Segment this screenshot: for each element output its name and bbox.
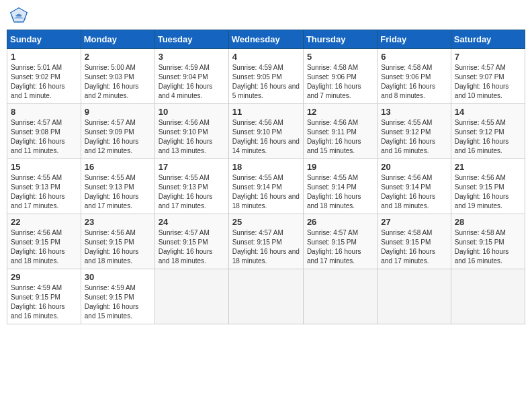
day-number: 24 [159,217,225,227]
calendar-cell: 12 Sunrise: 4:56 AMSunset: 9:11 PMDaylig… [303,104,377,159]
calendar-cell [228,269,303,324]
day-info: Sunrise: 4:57 AMSunset: 9:15 PMDaylight:… [307,228,373,266]
weekday-header-monday: Monday [81,30,154,49]
calendar-cell: 5 Sunrise: 4:58 AMSunset: 9:06 PMDayligh… [303,49,377,104]
weekday-header-wednesday: Wednesday [228,30,303,49]
calendar-cell: 25 Sunrise: 4:57 AMSunset: 9:15 PMDaylig… [228,214,303,269]
day-number: 9 [85,107,151,117]
day-info: Sunrise: 5:01 AMSunset: 9:02 PMDaylight:… [11,63,77,101]
calendar-cell: 3 Sunrise: 4:59 AMSunset: 9:04 PMDayligh… [154,49,228,104]
day-number: 1 [11,52,77,62]
calendar-cell: 15 Sunrise: 4:55 AMSunset: 9:13 PMDaylig… [7,159,81,214]
day-info: Sunrise: 4:59 AMSunset: 9:05 PMDaylight:… [232,63,300,101]
calendar-cell: 8 Sunrise: 4:57 AMSunset: 9:08 PMDayligh… [7,104,81,159]
day-number: 19 [307,162,373,172]
day-info: Sunrise: 4:58 AMSunset: 9:06 PMDaylight:… [307,63,373,101]
day-info: Sunrise: 4:57 AMSunset: 9:15 PMDaylight:… [232,228,300,266]
day-info: Sunrise: 4:59 AMSunset: 9:15 PMDaylight:… [11,283,77,321]
day-number: 6 [381,52,447,62]
calendar-cell [451,269,525,324]
day-info: Sunrise: 4:56 AMSunset: 9:15 PMDaylight:… [85,228,151,266]
day-info: Sunrise: 4:55 AMSunset: 9:12 PMDaylight:… [381,118,447,156]
day-number: 4 [232,52,300,62]
weekday-header-sunday: Sunday [7,30,81,49]
calendar-cell [154,269,228,324]
calendar-cell: 13 Sunrise: 4:55 AMSunset: 9:12 PMDaylig… [378,104,451,159]
calendar-cell: 17 Sunrise: 4:55 AMSunset: 9:13 PMDaylig… [154,159,228,214]
calendar-cell: 28 Sunrise: 4:58 AMSunset: 9:15 PMDaylig… [451,214,525,269]
day-info: Sunrise: 4:59 AMSunset: 9:04 PMDaylight:… [159,63,225,101]
calendar-week-row: 29 Sunrise: 4:59 AMSunset: 9:15 PMDaylig… [7,269,525,324]
day-info: Sunrise: 5:00 AMSunset: 9:03 PMDaylight:… [85,63,151,101]
day-number: 15 [11,162,77,172]
calendar-cell: 16 Sunrise: 4:55 AMSunset: 9:13 PMDaylig… [81,159,154,214]
day-info: Sunrise: 4:57 AMSunset: 9:09 PMDaylight:… [85,118,151,156]
day-number: 21 [455,162,521,172]
calendar-cell: 27 Sunrise: 4:58 AMSunset: 9:15 PMDaylig… [378,214,451,269]
day-number: 17 [159,162,225,172]
day-number: 30 [85,272,151,282]
page-header [7,7,525,26]
day-number: 16 [85,162,151,172]
calendar-cell: 21 Sunrise: 4:56 AMSunset: 9:15 PMDaylig… [451,159,525,214]
calendar-cell: 23 Sunrise: 4:56 AMSunset: 9:15 PMDaylig… [81,214,154,269]
day-number: 20 [381,162,447,172]
calendar-cell: 7 Sunrise: 4:57 AMSunset: 9:07 PMDayligh… [451,49,525,104]
logo [9,7,31,26]
day-number: 2 [85,52,151,62]
calendar-cell: 29 Sunrise: 4:59 AMSunset: 9:15 PMDaylig… [7,269,81,324]
day-info: Sunrise: 4:57 AMSunset: 9:07 PMDaylight:… [455,63,521,101]
day-number: 28 [455,217,521,227]
calendar-cell: 20 Sunrise: 4:56 AMSunset: 9:14 PMDaylig… [378,159,451,214]
day-number: 8 [11,107,77,117]
day-info: Sunrise: 4:55 AMSunset: 9:13 PMDaylight:… [11,173,77,211]
day-info: Sunrise: 4:55 AMSunset: 9:13 PMDaylight:… [85,173,151,211]
day-info: Sunrise: 4:55 AMSunset: 9:13 PMDaylight:… [159,173,225,211]
calendar-cell: 2 Sunrise: 5:00 AMSunset: 9:03 PMDayligh… [81,49,154,104]
day-number: 3 [159,52,225,62]
calendar-cell: 26 Sunrise: 4:57 AMSunset: 9:15 PMDaylig… [303,214,377,269]
day-number: 14 [455,107,521,117]
calendar-table: SundayMondayTuesdayWednesdayThursdayFrid… [7,30,525,324]
calendar-cell: 18 Sunrise: 4:55 AMSunset: 9:14 PMDaylig… [228,159,303,214]
calendar-cell: 1 Sunrise: 5:01 AMSunset: 9:02 PMDayligh… [7,49,81,104]
day-number: 18 [232,162,300,172]
day-number: 23 [85,217,151,227]
day-info: Sunrise: 4:55 AMSunset: 9:14 PMDaylight:… [307,173,373,211]
calendar-week-row: 8 Sunrise: 4:57 AMSunset: 9:08 PMDayligh… [7,104,525,159]
weekday-header-thursday: Thursday [303,30,377,49]
day-info: Sunrise: 4:57 AMSunset: 9:15 PMDaylight:… [159,228,225,266]
day-info: Sunrise: 4:55 AMSunset: 9:12 PMDaylight:… [455,118,521,156]
day-info: Sunrise: 4:56 AMSunset: 9:14 PMDaylight:… [381,173,447,211]
calendar-week-row: 22 Sunrise: 4:56 AMSunset: 9:15 PMDaylig… [7,214,525,269]
calendar-week-row: 15 Sunrise: 4:55 AMSunset: 9:13 PMDaylig… [7,159,525,214]
calendar-week-row: 1 Sunrise: 5:01 AMSunset: 9:02 PMDayligh… [7,49,525,104]
day-number: 7 [455,52,521,62]
day-number: 29 [11,272,77,282]
calendar-cell: 6 Sunrise: 4:58 AMSunset: 9:06 PMDayligh… [378,49,451,104]
day-info: Sunrise: 4:58 AMSunset: 9:15 PMDaylight:… [455,228,521,266]
calendar-cell [303,269,377,324]
day-number: 22 [11,217,77,227]
calendar-cell [378,269,451,324]
calendar-cell: 9 Sunrise: 4:57 AMSunset: 9:09 PMDayligh… [81,104,154,159]
day-info: Sunrise: 4:58 AMSunset: 9:15 PMDaylight:… [381,228,447,266]
day-info: Sunrise: 4:56 AMSunset: 9:15 PMDaylight:… [455,173,521,211]
day-number: 10 [159,107,225,117]
weekday-header-friday: Friday [378,30,451,49]
weekday-header-saturday: Saturday [451,30,525,49]
day-info: Sunrise: 4:56 AMSunset: 9:10 PMDaylight:… [232,118,300,156]
weekday-header-row: SundayMondayTuesdayWednesdayThursdayFrid… [7,30,525,49]
day-info: Sunrise: 4:59 AMSunset: 9:15 PMDaylight:… [85,283,151,321]
day-number: 27 [381,217,447,227]
day-number: 26 [307,217,373,227]
day-number: 12 [307,107,373,117]
day-info: Sunrise: 4:56 AMSunset: 9:15 PMDaylight:… [11,228,77,266]
calendar-cell: 14 Sunrise: 4:55 AMSunset: 9:12 PMDaylig… [451,104,525,159]
calendar-cell: 11 Sunrise: 4:56 AMSunset: 9:10 PMDaylig… [228,104,303,159]
day-info: Sunrise: 4:58 AMSunset: 9:06 PMDaylight:… [381,63,447,101]
calendar-cell: 4 Sunrise: 4:59 AMSunset: 9:05 PMDayligh… [228,49,303,104]
calendar-cell: 19 Sunrise: 4:55 AMSunset: 9:14 PMDaylig… [303,159,377,214]
day-number: 13 [381,107,447,117]
calendar-cell: 22 Sunrise: 4:56 AMSunset: 9:15 PMDaylig… [7,214,81,269]
